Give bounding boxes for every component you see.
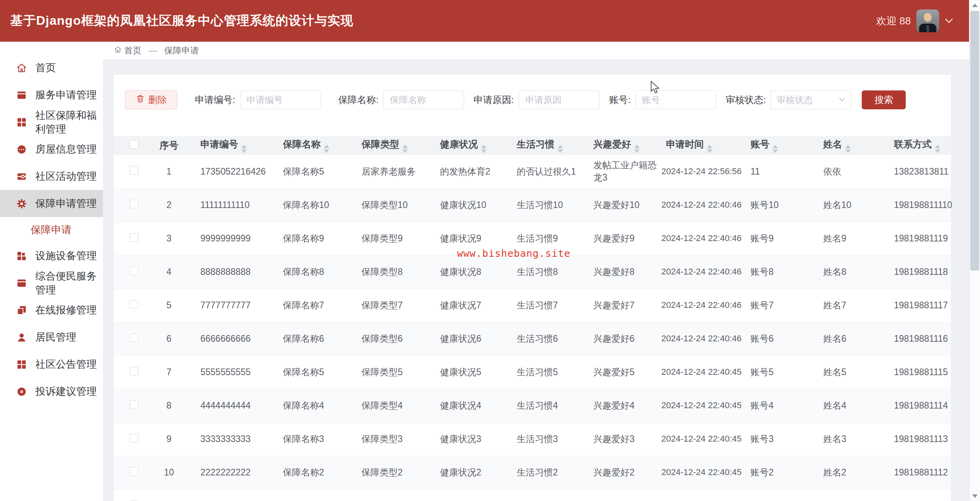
- column-header: 保障名称: [283, 139, 321, 149]
- row-checkbox[interactable]: [130, 166, 138, 175]
- select-all-checkbox[interactable]: [130, 140, 138, 149]
- scroll-up-button[interactable]: [969, 0, 980, 10]
- filter-guarantee-name: 保障名称:: [338, 90, 464, 109]
- grid-icon: [16, 359, 28, 370]
- row-checkbox[interactable]: [130, 200, 138, 208]
- sidebar-item-community-notice[interactable]: 社区公告管理: [0, 351, 103, 378]
- sidebar-item-label: 综合便民服务管理: [35, 269, 103, 297]
- delete-button[interactable]: 删除: [125, 90, 178, 109]
- row-checkbox[interactable]: [130, 367, 138, 376]
- table-row[interactable]: 66666666666 保障名称6保障类型6 健康状况6生活习惯6 兴趣爱好62…: [114, 322, 951, 355]
- page-scrollbar[interactable]: [969, 0, 980, 501]
- sidebar-item-label: 设施设备管理: [35, 249, 97, 263]
- sidebar-item-facility-equipment[interactable]: 设施设备管理: [0, 242, 103, 269]
- column-header: 账号: [751, 139, 769, 149]
- table-row[interactable]: 93333333333 保障名称3保障类型3 健康状况3生活习惯3 兴趣爱好32…: [114, 422, 951, 456]
- table-header-row: 序号 申请编号 保障名称 保障类型 健康状况 生活习惯 兴趣爱好 申请时间 账号…: [114, 136, 951, 155]
- content-card: 删除 申请编号: 保障名称: 申请原因: 账号:: [114, 75, 951, 501]
- row-checkbox[interactable]: [130, 333, 138, 342]
- row-checkbox[interactable]: [130, 467, 138, 476]
- table-row[interactable]: 57777777777 保障名称7保障类型7 健康状况7生活习惯7 兴趣爱好72…: [114, 289, 951, 322]
- user-icon: [16, 332, 28, 343]
- row-checkbox[interactable]: [130, 267, 138, 275]
- scroll-down-button[interactable]: [969, 491, 980, 501]
- sidebar-item-label: 社区公告管理: [35, 357, 97, 371]
- sidebar-item-label: 居民管理: [35, 330, 76, 344]
- sidebar-item-service-apply[interactable]: 服务申请管理: [0, 81, 103, 109]
- table-row[interactable]: 84444444444 保障名称4保障类型4 健康状况4生活习惯4 兴趣爱好42…: [114, 389, 951, 422]
- welcome-text: 欢迎 88: [876, 14, 911, 28]
- breadcrumb-home[interactable]: 首页: [114, 45, 141, 57]
- table-row[interactable]: 11735052216426 保障名称5居家养老服务 的发热体育2的否认过很久1…: [114, 155, 951, 188]
- sort-icon[interactable]: [935, 145, 940, 153]
- sidebar-subitem-guarantee-apply[interactable]: 保障申请: [0, 217, 103, 242]
- audit-status-label: 审核状态:: [726, 94, 766, 106]
- trash-icon: [136, 94, 145, 106]
- apply-no-input[interactable]: [240, 90, 321, 109]
- account-input[interactable]: [635, 90, 716, 109]
- avatar[interactable]: [916, 9, 939, 32]
- sidebar-item-community-welfare[interactable]: 社区保障和福利管理: [0, 109, 103, 136]
- sort-icon[interactable]: [241, 145, 247, 153]
- sidebar-item-resident[interactable]: 居民管理: [0, 324, 103, 351]
- sort-icon[interactable]: [634, 145, 640, 153]
- sidebar-item-label: 社区活动管理: [35, 169, 97, 183]
- table-row[interactable]: 2024-12-24 22:40:: [114, 489, 951, 501]
- sort-icon[interactable]: [481, 145, 486, 153]
- table-row[interactable]: 211111111110 保障名称10保障类型10 健康状况10生活习惯10 兴…: [114, 188, 951, 222]
- delete-button-label: 删除: [148, 94, 167, 106]
- sidebar-item-home[interactable]: 首页: [0, 54, 103, 81]
- table-row[interactable]: 48888888888 保障名称8保障类型8 健康状况8生活习惯8 兴趣爱好82…: [114, 255, 951, 289]
- row-checkbox[interactable]: [130, 233, 138, 242]
- guarantee-name-input[interactable]: [383, 90, 464, 109]
- sort-icon[interactable]: [324, 145, 329, 153]
- sidebar-subitem-label: 保障申请: [31, 223, 72, 237]
- scrollbar-thumb[interactable]: [970, 11, 979, 271]
- column-header: 保障类型: [362, 139, 399, 149]
- breadcrumb: 首页 — 保障申请: [103, 42, 969, 60]
- user-menu[interactable]: 欢迎 88: [876, 9, 953, 32]
- sidebar-item-guarantee-apply[interactable]: 保障申请管理: [0, 190, 103, 217]
- column-header: 健康状况: [440, 139, 478, 149]
- row-checkbox[interactable]: [130, 300, 138, 309]
- apply-reason-input[interactable]: [519, 90, 600, 109]
- sort-icon[interactable]: [402, 145, 408, 153]
- table-row[interactable]: 75555555555 保障名称5保障类型5 健康状况5生活习惯5 兴趣爱好52…: [114, 355, 951, 389]
- apply-no-label: 申请编号:: [195, 94, 235, 106]
- sidebar-item-complaint-suggestion[interactable]: 投诉建议管理: [0, 378, 103, 405]
- sidebar-item-label: 首页: [35, 61, 56, 75]
- filter-account: 账号:: [609, 90, 716, 109]
- sidebar-item-convenience-service[interactable]: 综合便民服务管理: [0, 269, 103, 297]
- filter-toolbar: 删除 申请编号: 保障名称: 申请原因: 账号:: [114, 90, 951, 109]
- home-icon: [16, 62, 28, 74]
- page-title: 基于Django框架的凤凰社区服务中心管理系统的设计与实现: [10, 12, 353, 29]
- row-checkbox[interactable]: [130, 400, 138, 409]
- gear-icon: [16, 198, 28, 210]
- chevron-down-icon: [945, 18, 953, 24]
- sidebar-item-label: 保障申请管理: [35, 197, 97, 210]
- table-row[interactable]: 102222222222 保障名称2保障类型2 健康状况2生活习惯2 兴趣爱好2…: [114, 456, 951, 489]
- column-header: 序号: [160, 140, 178, 151]
- sort-icon[interactable]: [707, 145, 712, 153]
- watermark: www.bishebang.site: [457, 248, 571, 259]
- sort-icon[interactable]: [845, 145, 851, 153]
- audit-status-select[interactable]: 审核状态: [771, 90, 852, 109]
- sort-icon[interactable]: [773, 145, 778, 153]
- sidebar-item-housing-info[interactable]: 房屋信息管理: [0, 136, 103, 163]
- column-header: 申请编号: [200, 139, 238, 149]
- filter-apply-reason: 申请原因:: [473, 90, 600, 109]
- search-button[interactable]: 搜索: [862, 90, 906, 109]
- chevron-down-icon: [839, 96, 846, 103]
- sidebar-item-online-repair[interactable]: 在线报修管理: [0, 297, 103, 324]
- filter-audit-status: 审核状态: 审核状态: [726, 90, 852, 109]
- row-checkbox[interactable]: [130, 434, 138, 442]
- components-icon: [16, 250, 28, 262]
- slider-icon: [16, 171, 28, 182]
- breadcrumb-separator: —: [149, 46, 157, 56]
- sidebar-item-community-activity[interactable]: 社区活动管理: [0, 163, 103, 190]
- sidebar-item-label: 社区保障和福利管理: [35, 109, 103, 136]
- sort-icon[interactable]: [558, 145, 563, 153]
- column-header: 联系方式: [894, 139, 932, 149]
- window-icon: [16, 277, 28, 289]
- audit-status-placeholder: 审核状态: [776, 94, 813, 106]
